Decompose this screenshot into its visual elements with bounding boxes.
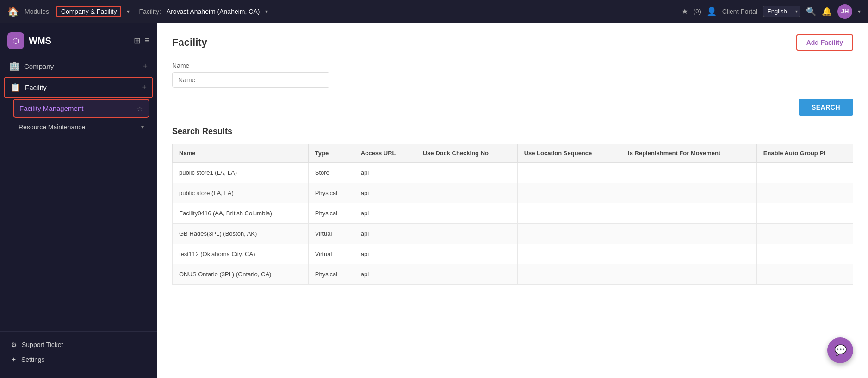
page-title: Facility — [172, 37, 207, 49]
sidebar-item-facility[interactable]: 📋 Facility + — [4, 77, 153, 98]
table-row[interactable]: public store1 (LA, LA)Storeapi — [173, 163, 853, 183]
table-cell — [517, 224, 621, 244]
grid-icon[interactable]: ⊞ — [134, 36, 141, 46]
resource-maintenance-chevron-icon: ▾ — [141, 124, 144, 130]
sidebar-item-company[interactable]: 🏢 Company + — [4, 56, 153, 76]
table-cell: Physical — [308, 183, 354, 203]
results-title: Search Results — [172, 127, 853, 136]
table-cell — [621, 183, 757, 203]
sidebar-header: ⬡ WMS ⊞ ≡ — [0, 29, 157, 56]
sidebar-header-icons: ⊞ ≡ — [134, 36, 149, 46]
table-cell — [621, 244, 757, 264]
notification-bell-icon[interactable]: 🔔 — [822, 6, 832, 17]
facility-nav-label: Facility: — [139, 8, 161, 15]
table-cell — [416, 224, 517, 244]
main-layout: ⬡ WMS ⊞ ≡ 🏢 Company + 📋 Facility + — [0, 23, 868, 378]
user-profile-icon[interactable]: 👤 — [707, 6, 717, 17]
table-cell — [756, 264, 853, 285]
table-cell: api — [354, 203, 416, 224]
module-name[interactable]: Company & Facility — [56, 6, 122, 17]
col-header-type: Type — [308, 144, 354, 163]
search-form: Name — [172, 62, 853, 88]
sidebar-item-facility-management[interactable]: Facility Management ☆ — [13, 99, 149, 118]
table-cell: api — [354, 264, 416, 285]
support-ticket-icon: ⚙ — [11, 341, 17, 348]
content-area: Facility Add Facility Name SEARCH Search… — [157, 23, 868, 378]
table-cell — [621, 264, 757, 285]
table-cell — [416, 264, 517, 285]
table-header: Name Type Access URL Use Dock Checking N… — [173, 144, 853, 163]
sidebar-item-resource-maintenance[interactable]: Resource Maintenance ▾ — [13, 119, 149, 135]
table-cell — [756, 244, 853, 264]
table-cell: test112 (Oklahoma City, CA) — [173, 244, 309, 264]
table-cell: Physical — [308, 264, 354, 285]
sidebar-item-settings[interactable]: ✦ Settings — [6, 352, 151, 367]
table-cell: api — [354, 183, 416, 203]
sidebar-item-label-facility: Facility — [25, 84, 137, 91]
add-facility-button[interactable]: Add Facility — [796, 34, 853, 51]
name-field-label: Name — [172, 62, 853, 69]
search-button-row: SEARCH — [172, 99, 853, 116]
table-cell: Store — [308, 163, 354, 183]
table-cell — [517, 264, 621, 285]
name-input[interactable] — [172, 72, 329, 88]
table-cell — [517, 183, 621, 203]
sidebar-item-label-company: Company — [24, 62, 138, 70]
search-icon[interactable]: 🔍 — [806, 6, 816, 17]
table-cell — [517, 244, 621, 264]
client-portal-link[interactable]: Client Portal — [722, 8, 757, 15]
table-cell: Virtual — [308, 244, 354, 264]
table-cell — [517, 203, 621, 224]
table-cell: GB Hades(3PL) (Boston, AK) — [173, 224, 309, 244]
support-ticket-label: Support Ticket — [22, 341, 63, 348]
sidebar-item-support-ticket[interactable]: ⚙ Support Ticket — [6, 337, 151, 352]
results-table: Name Type Access URL Use Dock Checking N… — [172, 144, 853, 285]
app-logo: ⬡ — [7, 32, 24, 49]
chat-fab-button[interactable]: 💬 — [827, 337, 853, 363]
sidebar-item-label-facility-management: Facility Management — [19, 104, 132, 112]
settings-icon: ✦ — [11, 356, 17, 363]
col-header-replenishment: Is Replenishment For Movement — [621, 144, 757, 163]
facility-icon: 📋 — [10, 82, 20, 92]
table-header-row: Name Type Access URL Use Dock Checking N… — [173, 144, 853, 163]
table-cell — [517, 163, 621, 183]
menu-icon[interactable]: ≡ — [144, 36, 149, 46]
table-row[interactable]: GB Hades(3PL) (Boston, AK)Virtualapi — [173, 224, 853, 244]
table-cell — [621, 203, 757, 224]
facility-add-icon[interactable]: + — [142, 83, 147, 92]
facility-mgmt-star-icon[interactable]: ☆ — [137, 105, 143, 112]
col-header-location-seq: Use Location Sequence — [517, 144, 621, 163]
table-body: public store1 (LA, LA)Storeapipublic sto… — [173, 163, 853, 285]
table-row[interactable]: public store (LA, LA)Physicalapi — [173, 183, 853, 203]
col-header-access-url: Access URL — [354, 144, 416, 163]
sidebar-footer: ⚙ Support Ticket ✦ Settings — [0, 331, 157, 372]
table-cell: api — [354, 224, 416, 244]
table-cell: Physical — [308, 203, 354, 224]
home-icon[interactable]: 🏠 — [7, 6, 19, 17]
table-row[interactable]: ONUS Ontario (3PL) (Ontario, CA)Physical… — [173, 264, 853, 285]
company-icon: 🏢 — [9, 61, 19, 71]
sidebar-sub-menu: Facility Management ☆ Resource Maintenan… — [4, 99, 153, 135]
company-add-icon[interactable]: + — [143, 61, 148, 71]
language-select[interactable]: English Spanish French — [763, 6, 800, 17]
table-row[interactable]: Facility0416 (AA, British Columbia)Physi… — [173, 203, 853, 224]
table-cell — [756, 163, 853, 183]
table-cell: public store1 (LA, LA) — [173, 163, 309, 183]
table-cell — [416, 183, 517, 203]
sidebar-item-label-resource-maintenance: Resource Maintenance — [19, 123, 85, 131]
facility-nav-name[interactable]: Arovast Anaheim (Anaheim, CA) — [167, 8, 260, 15]
app-title: WMS — [29, 36, 51, 46]
table-row[interactable]: test112 (Oklahoma City, CA)Virtualapi — [173, 244, 853, 264]
language-selector-wrapper[interactable]: English Spanish French ▾ — [763, 6, 800, 17]
col-header-name: Name — [173, 144, 309, 163]
user-dropdown-arrow[interactable]: ▾ — [858, 8, 861, 15]
user-avatar[interactable]: JH — [837, 4, 852, 19]
chat-fab-icon: 💬 — [834, 344, 847, 356]
facility-nav-dropdown-arrow[interactable]: ▾ — [265, 8, 268, 15]
table-cell — [621, 224, 757, 244]
search-button[interactable]: SEARCH — [799, 99, 853, 116]
col-header-dock-checking: Use Dock Checking No — [416, 144, 517, 163]
favorite-star-icon[interactable]: ★ — [682, 7, 688, 16]
module-dropdown-arrow[interactable]: ▾ — [127, 8, 130, 15]
sidebar-nav: 🏢 Company + 📋 Facility + Facility Manage… — [0, 56, 157, 331]
